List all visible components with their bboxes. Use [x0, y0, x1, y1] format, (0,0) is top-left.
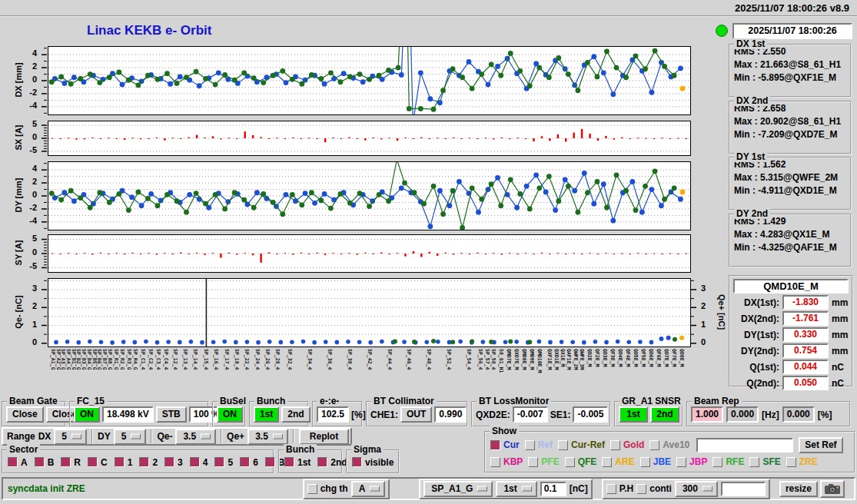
chg-th-checkbox[interactable]	[307, 484, 317, 494]
fc15-on-button[interactable]: ON	[74, 406, 100, 423]
qe-axis-label: Qe- [nC]	[14, 295, 23, 328]
checkbox-indicator	[676, 457, 686, 467]
sp-monitor-dropdown[interactable]: SP_A1_G	[424, 481, 493, 497]
range-dx-dropdown[interactable]: 5	[54, 429, 87, 445]
sector-checkbox-6[interactable]: 6	[240, 457, 258, 468]
sx-axis-label: SX [A]	[14, 125, 23, 151]
sector-checkbox-5[interactable]: 5	[214, 457, 233, 468]
beam-rep-value-2: 0.000	[726, 406, 759, 423]
qmd-unit: nC	[832, 362, 844, 373]
extra-input[interactable]	[721, 482, 766, 496]
separator	[151, 429, 152, 443]
ref-name-input[interactable]	[696, 438, 793, 453]
stat-box-title: DY 1st	[734, 151, 767, 162]
topbar-datetime-version: 2025/11/07 18:00:26 v8.9	[735, 2, 849, 14]
qxd2e-value: -0.007	[513, 406, 548, 423]
che1-state-button[interactable]: OUT	[400, 406, 432, 423]
show-checkbox-cur-ref[interactable]: Cur-Ref	[558, 439, 605, 450]
show-checkbox-pfe[interactable]: PFE	[528, 456, 559, 467]
sp-bunch-dropdown[interactable]: 1st	[496, 481, 536, 497]
sector-checkbox-c[interactable]: C	[88, 457, 108, 468]
dy-axis-label: DY [mm]	[14, 177, 23, 212]
svg-text:QMD8E_M: QMD8E_M	[521, 349, 527, 370]
range-qem-dropdown[interactable]: 3.5	[175, 429, 216, 445]
resize-button[interactable]: resize	[779, 481, 818, 497]
range-dy-dropdown[interactable]: 5	[114, 429, 147, 445]
show-checkbox-zre[interactable]: ZRE	[786, 456, 818, 467]
checkbox-label: R	[74, 457, 81, 468]
sector-checkbox-a[interactable]: A	[8, 457, 28, 468]
gr-snsr-1st-button[interactable]: 1st	[619, 406, 648, 423]
se1-value: -0.005	[573, 406, 608, 423]
sector-checkbox-r[interactable]: R	[61, 457, 81, 468]
conti-checkbox[interactable]	[636, 484, 646, 494]
bunch-checkbox-1st[interactable]: 1st	[284, 457, 311, 468]
sector-checkbox-1[interactable]: 1	[115, 457, 133, 468]
dy-tick-label: 4	[11, 164, 37, 173]
checkbox-label: JBE	[653, 456, 671, 467]
camera-icon	[824, 483, 841, 495]
gr-snsr-2nd-button[interactable]: 2nd	[650, 406, 679, 423]
sector-checkbox-3[interactable]: 3	[164, 457, 183, 468]
ee-ratio-value: 102.5	[317, 406, 349, 423]
stat-box-title: DX 1st	[734, 38, 767, 49]
checkbox-label: C	[101, 457, 108, 468]
bunch-2nd-button[interactable]: 2nd	[281, 406, 310, 423]
svg-text:SP_17_4: SP_17_4	[224, 349, 230, 370]
page-title: Linac KEKB e- Orbit	[87, 23, 211, 38]
checkbox-label: JBP	[689, 456, 707, 467]
range-qep-label: Qe+	[227, 431, 244, 442]
beam-gate-close1-button[interactable]: Close	[6, 406, 44, 423]
busel-on-button[interactable]: ON	[217, 406, 243, 423]
thresh-sector-dropdown[interactable]: A	[351, 481, 386, 497]
checkbox-label: ZRE	[799, 456, 818, 467]
qe-right-tick-label: 3	[701, 284, 719, 293]
chg-th-group: chg th A	[303, 479, 390, 499]
threshold-input[interactable]: 0.1	[540, 482, 566, 496]
ph-checkbox[interactable]	[606, 484, 616, 494]
group-label: Bunch	[254, 396, 287, 406]
show-checkbox-cur[interactable]: Cur	[490, 439, 520, 450]
svg-text:SP_B8_G: SP_B8_G	[107, 349, 113, 370]
bunch-1st-button[interactable]: 1st	[254, 406, 279, 423]
interval-dropdown[interactable]: 300	[675, 481, 718, 497]
replot-button[interactable]: Replot	[299, 429, 349, 445]
show-checkbox-are[interactable]: ARE	[602, 456, 634, 467]
show-checkbox-jbp[interactable]: JBP	[676, 456, 707, 467]
group-label: BT Collimator	[371, 396, 437, 406]
group-label: GR_A1 SNSR	[619, 396, 683, 406]
svg-text:QF4E_M: QF4E_M	[625, 349, 631, 367]
svg-text:QD4E_M: QD4E_M	[617, 349, 623, 367]
sigma-checkbox-visible[interactable]: visible	[352, 457, 394, 468]
show-checkbox-ave10[interactable]: Ave10	[649, 439, 689, 450]
set-ref-button[interactable]: Set Ref	[799, 437, 842, 453]
svg-text:SP_44_4: SP_44_4	[387, 349, 393, 370]
show-checkbox-ref[interactable]: Ref	[525, 439, 553, 450]
show-checkbox-jbe[interactable]: JBE	[640, 456, 671, 467]
show-checkbox-qfe[interactable]: QFE	[565, 456, 597, 467]
show-checkbox-gold[interactable]: Gold	[610, 439, 644, 450]
svg-text:SP_C1_4: SP_C1_4	[140, 349, 146, 370]
group-label: Show	[490, 426, 519, 436]
sector-checkbox-b[interactable]: B	[35, 457, 55, 468]
show-checkbox-kbp[interactable]: KBP	[490, 456, 523, 467]
fc15-stb-button[interactable]: STB	[156, 406, 187, 423]
checkbox-indicator	[352, 457, 362, 467]
checkbox-indicator	[35, 457, 45, 467]
checkbox-label: Gold	[623, 439, 644, 450]
sector-checkbox-2[interactable]: 2	[139, 457, 158, 468]
sector-checkbox-4[interactable]: 4	[190, 457, 208, 468]
beam-gate-group: Beam Gate Close Close	[2, 401, 66, 427]
group-label: Beam Rep	[692, 396, 742, 406]
bunch-checkbox-2nd[interactable]: 2nd	[317, 457, 347, 468]
range-qep-dropdown[interactable]: 3.5	[247, 429, 288, 445]
svg-text:SP_46_4: SP_46_4	[406, 349, 412, 370]
show-checkbox-rfe[interactable]: RFE	[713, 456, 744, 467]
bunch-select-group: Bunch 1st2nd	[278, 449, 343, 474]
chg-th-label: chg th	[321, 483, 348, 494]
qmd-label: DX(2nd):	[733, 313, 779, 324]
show-checkbox-sfe[interactable]: SFE	[749, 456, 780, 467]
screenshot-button[interactable]	[820, 480, 845, 498]
checkbox-indicator	[317, 457, 327, 467]
qmd-value: 0.754	[782, 343, 829, 358]
